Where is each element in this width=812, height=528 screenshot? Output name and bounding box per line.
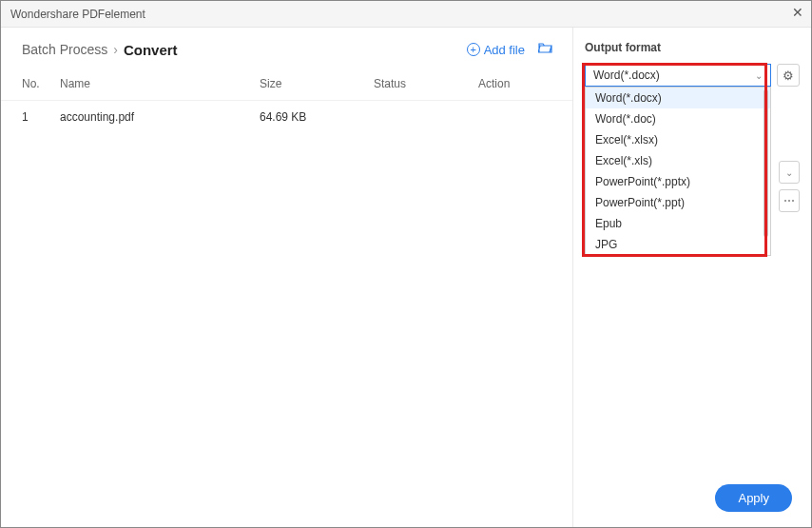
table-row[interactable]: 1 accounting.pdf 64.69 KB — [1, 101, 572, 133]
cell-name: accounting.pdf — [60, 110, 260, 124]
cell-action — [478, 110, 553, 124]
window-title: Wondershare PDFelement — [10, 8, 145, 21]
more-icon: ⋯ — [783, 194, 796, 207]
chevron-right-icon: › — [113, 42, 118, 57]
add-file-button[interactable]: + Add file — [467, 43, 525, 57]
dropdown-option[interactable]: Word(*.doc) — [586, 108, 770, 129]
cell-no: 1 — [22, 110, 60, 124]
add-file-label: Add file — [484, 43, 525, 57]
gear-icon: ⚙ — [783, 68, 794, 83]
output-format-label: Output format — [585, 41, 800, 54]
dropdown-option[interactable]: Excel(*.xlsx) — [586, 129, 770, 150]
breadcrumb-current: Convert — [124, 42, 178, 58]
dropdown-option[interactable]: Word(*.docx) — [586, 88, 770, 108]
col-header-status: Status — [374, 77, 478, 90]
select-wrap: Word(*.docx) ⌄ Word(*.docx) Word(*.doc) … — [585, 64, 771, 87]
apply-button[interactable]: Apply — [715, 484, 792, 512]
right-panel: Output format Word(*.docx) ⌄ Word(*.docx… — [573, 28, 811, 527]
left-panel: Batch Process › Convert + Add file No. N… — [1, 28, 573, 527]
col-header-action: Action — [478, 77, 553, 90]
col-header-size: Size — [260, 77, 374, 90]
more-options-button[interactable]: ⋯ — [779, 189, 800, 212]
addfile-group: + Add file — [467, 41, 553, 58]
breadcrumb-row: Batch Process › Convert + Add file — [1, 28, 572, 68]
main: Batch Process › Convert + Add file No. N… — [1, 28, 811, 527]
dropdown-option[interactable]: PowerPoint(*.pptx) — [586, 171, 770, 192]
settings-button[interactable]: ⚙ — [777, 64, 800, 87]
chevron-down-icon: ⌄ — [755, 70, 763, 81]
breadcrumb-root[interactable]: Batch Process — [22, 42, 107, 57]
output-format-dropdown: Word(*.docx) Word(*.doc) Excel(*.xlsx) E… — [585, 87, 771, 256]
cell-status — [374, 110, 478, 124]
plus-circle-icon: + — [467, 43, 480, 56]
dropdown-option[interactable]: PowerPoint(*.ppt) — [586, 192, 770, 213]
scrollbar[interactable] — [764, 89, 768, 237]
select-value: Word(*.docx) — [593, 68, 660, 82]
secondary-dropdown[interactable]: ⌄ — [779, 161, 800, 184]
table-header: No. Name Size Status Action — [1, 68, 572, 101]
chevron-down-icon: ⌄ — [785, 167, 793, 178]
dropdown-option[interactable]: Excel(*.xls) — [586, 150, 770, 171]
dropdown-option[interactable]: JPG — [586, 234, 770, 255]
titlebar: Wondershare PDFelement ✕ — [1, 1, 811, 28]
breadcrumb: Batch Process › Convert — [22, 42, 178, 58]
folder-open-icon[interactable] — [538, 41, 553, 58]
col-header-no: No. — [22, 77, 60, 90]
cell-size: 64.69 KB — [260, 110, 374, 124]
dropdown-area: Word(*.docx) ⌄ Word(*.docx) Word(*.doc) … — [585, 64, 800, 87]
col-header-name: Name — [60, 77, 260, 90]
output-format-select[interactable]: Word(*.docx) ⌄ — [585, 64, 771, 87]
dropdown-option[interactable]: Epub — [586, 213, 770, 234]
close-icon[interactable]: ✕ — [792, 5, 803, 20]
